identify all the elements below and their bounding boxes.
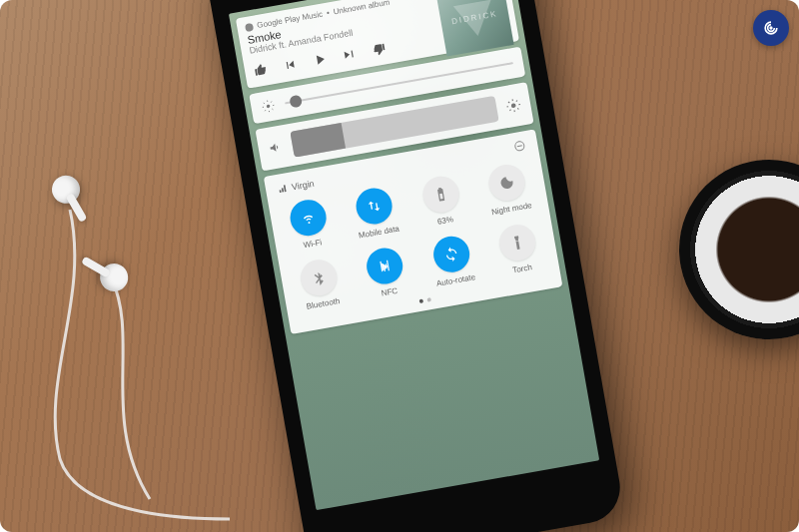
page-dot bbox=[426, 297, 431, 302]
dnd-icon[interactable] bbox=[512, 139, 526, 155]
thumbs-down-button[interactable] bbox=[370, 40, 389, 59]
volume-icon bbox=[268, 140, 284, 156]
signal-icon bbox=[277, 183, 289, 195]
svg-point-2 bbox=[510, 103, 515, 108]
thumbs-up-button[interactable] bbox=[252, 61, 271, 80]
play-button[interactable] bbox=[311, 50, 330, 69]
phone-frame: Google Play Music • Unknown album Smoke … bbox=[204, 0, 626, 532]
mobile-data-icon bbox=[354, 186, 396, 228]
wifi-icon bbox=[287, 197, 329, 239]
earbud bbox=[47, 171, 91, 220]
volume-fill bbox=[290, 123, 346, 158]
svg-point-1 bbox=[267, 104, 271, 108]
brightness-low-icon bbox=[260, 98, 276, 114]
brightness-high-icon bbox=[505, 98, 521, 114]
next-button[interactable] bbox=[341, 45, 360, 64]
tile-auto-rotate[interactable]: Auto-rotate bbox=[415, 227, 489, 294]
tile-battery[interactable]: 63% bbox=[404, 167, 478, 235]
notification-shade: Google Play Music • Unknown album Smoke … bbox=[229, 0, 599, 510]
tile-torch[interactable]: Torch bbox=[481, 216, 555, 283]
earbud bbox=[85, 253, 134, 296]
app-icon bbox=[245, 22, 254, 31]
tile-night-mode[interactable]: Night mode bbox=[471, 156, 545, 224]
auto-rotate-icon bbox=[430, 234, 472, 275]
source-badge-icon bbox=[753, 10, 789, 46]
phone-screen: Google Play Music • Unknown album Smoke … bbox=[229, 0, 599, 510]
svg-rect-4 bbox=[517, 145, 522, 147]
nfc-icon: N bbox=[365, 246, 406, 287]
tile-nfc[interactable]: N NFC bbox=[349, 239, 422, 306]
tile-mobile-data[interactable]: Mobile data bbox=[339, 179, 412, 247]
bluetooth-icon bbox=[298, 257, 340, 298]
previous-button[interactable] bbox=[281, 56, 300, 75]
album-art: DIDRICK bbox=[435, 0, 514, 57]
tile-wifi[interactable]: Wi-Fi bbox=[272, 191, 346, 259]
tile-bluetooth[interactable]: Bluetooth bbox=[283, 251, 357, 318]
svg-point-0 bbox=[769, 26, 772, 29]
desk-scene: Google Play Music • Unknown album Smoke … bbox=[0, 0, 799, 532]
torch-icon bbox=[497, 222, 539, 264]
coffee-cup bbox=[679, 160, 799, 339]
battery-icon bbox=[419, 174, 461, 216]
night-mode-icon bbox=[486, 162, 528, 204]
page-dot bbox=[419, 298, 424, 303]
carrier-status: Virgin bbox=[277, 179, 315, 195]
